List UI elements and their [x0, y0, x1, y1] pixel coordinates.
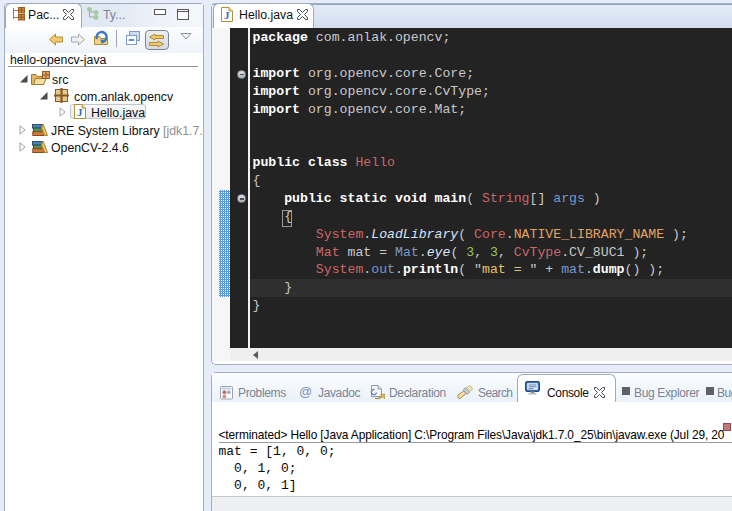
svg-text:J: J	[224, 9, 230, 21]
svg-text:J: J	[77, 106, 83, 118]
